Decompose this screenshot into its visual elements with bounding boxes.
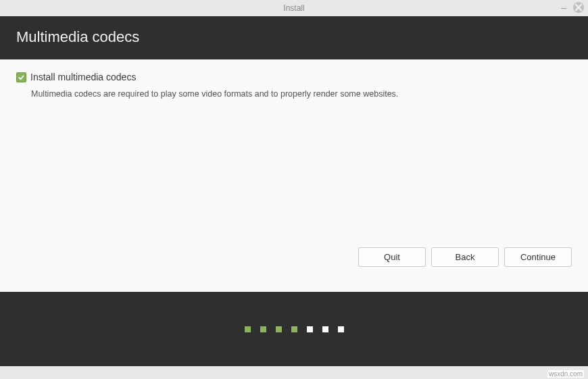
watermark: wsxdn.com	[547, 370, 584, 378]
progress-dot	[276, 326, 282, 332]
codecs-checkbox-row[interactable]: Install multimedia codecs	[16, 72, 572, 82]
minimize-icon[interactable]: –	[561, 3, 566, 12]
window-title: Install	[283, 3, 304, 13]
progress-dot-current	[307, 326, 313, 332]
button-row: Quit Back Continue	[16, 247, 572, 267]
back-button[interactable]: Back	[431, 247, 499, 267]
progress-footer	[0, 292, 588, 366]
progress-dot	[260, 326, 266, 332]
continue-button[interactable]: Continue	[504, 247, 572, 267]
checkbox-label: Install multimedia codecs	[30, 72, 136, 82]
page-title: Multimedia codecs	[16, 28, 139, 45]
progress-dot	[291, 326, 297, 332]
progress-dot	[322, 326, 328, 332]
description-text: Multimedia codecs are required to play s…	[31, 89, 572, 99]
window-controls: –	[561, 2, 584, 13]
close-icon[interactable]	[573, 2, 584, 13]
checkbox-checked-icon[interactable]	[16, 72, 26, 82]
content-area: Install multimedia codecs Multimedia cod…	[0, 59, 588, 292]
titlebar: Install –	[0, 0, 588, 16]
progress-dot	[245, 326, 251, 332]
page-header: Multimedia codecs	[0, 16, 588, 59]
progress-dot	[338, 326, 344, 332]
quit-button[interactable]: Quit	[358, 247, 426, 267]
